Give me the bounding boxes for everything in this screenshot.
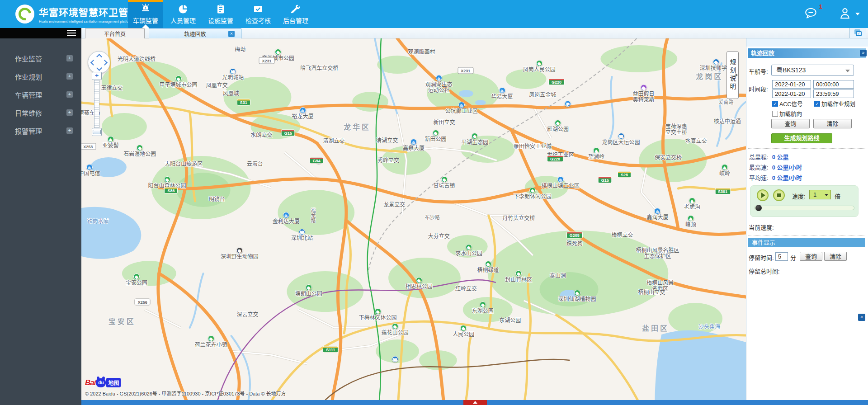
pan-left-icon[interactable] (90, 60, 96, 66)
shop-marker-icon[interactable]: ◆ (641, 84, 647, 90)
mtn-marker-icon[interactable]: ▲ (722, 164, 728, 170)
map-canvas[interactable]: 光明大道跨线桥梅坳♣章阁城市公园观澜版画村哈飞汽车立交桥◆深圳技师学院♣凤岗人民… (81, 38, 746, 400)
map-poi-park[interactable]: ♣宝安公园 (126, 273, 147, 286)
sidebar-item-0[interactable]: 作业监管+ (0, 49, 81, 67)
bottom-panel-toggle[interactable] (463, 400, 487, 405)
end-time-input[interactable]: 23:59:59 (813, 89, 854, 98)
map-poi-zoo[interactable]: ☻深圳野生动物园 (221, 247, 259, 260)
park-marker-icon[interactable]: ♣ (485, 261, 491, 267)
clear-button[interactable]: 清除 (813, 119, 852, 128)
pan-down-icon[interactable] (96, 65, 102, 71)
map-poi-park[interactable]: ♣东湖公园 (472, 301, 494, 314)
mtn-marker-icon[interactable]: ▲ (689, 198, 695, 204)
tab-track-playback[interactable]: 轨迹回放 × (149, 28, 241, 38)
map-poi-bldg[interactable]: ⌂观澜湖生态运动公社 (425, 75, 453, 93)
map-poi-park[interactable]: ♣平湖生态园 (461, 133, 488, 146)
bldg-marker-icon[interactable]: ⌂ (436, 75, 442, 81)
bldg-marker-icon[interactable]: ⌂ (299, 107, 306, 113)
map-poi-park[interactable]: ♣甲子塘城市公园 (160, 75, 198, 88)
metro-marker-icon[interactable]: M (299, 229, 305, 235)
metro-marker-icon[interactable]: M (618, 133, 624, 139)
park-marker-icon[interactable]: ♣ (375, 308, 381, 315)
map-poi-park[interactable]: ♣求水山公园 (455, 244, 482, 257)
map-poi-bldg[interactable]: ⌂公坑廊工业区 (445, 102, 478, 114)
expand-plus-icon[interactable]: + (66, 91, 73, 98)
map-poi-park[interactable]: ♣相思林公园 (406, 277, 433, 290)
checkbox-icon[interactable] (772, 111, 778, 117)
stay-clear-button[interactable]: 清除 (824, 252, 847, 261)
bldg-marker-icon[interactable]: ⌂ (458, 102, 465, 108)
map-poi-metro[interactable]: M光明城站 (222, 68, 244, 81)
map-poi-bldg[interactable]: ⌂嘉润大厦 (646, 208, 668, 221)
bldg-marker-icon[interactable]: ⌂ (499, 87, 505, 94)
panel-expand-button[interactable]: « (858, 314, 865, 321)
park-marker-icon[interactable]: ♣ (515, 270, 522, 277)
map-poi-bldg[interactable]: ⌂嘉泉大厦 (403, 139, 425, 151)
map-poi-metro[interactable]: M深圳北站 (291, 229, 313, 241)
park-marker-icon[interactable]: ♣ (472, 133, 478, 139)
pan-right-icon[interactable] (102, 60, 108, 66)
vehicle-select[interactable]: 粤BKS123 (771, 65, 854, 76)
tab-platform-home[interactable]: 平台首页 (85, 28, 145, 38)
map-poi-park[interactable]: ♣梧桐绿道 (477, 261, 499, 273)
map-pan-control[interactable] (88, 51, 110, 74)
map-poi-bldg[interactable]: ⌂华易大厦 (491, 87, 513, 100)
end-date-input[interactable]: 2022-01-20 (772, 89, 811, 98)
map-poi-park[interactable]: ♣人民公园 (453, 325, 474, 338)
map-poi-mtn[interactable]: ▲望湖岭 (588, 147, 604, 160)
park-marker-icon[interactable]: ♣ (536, 60, 542, 66)
park-marker-icon[interactable]: ♣ (432, 130, 439, 136)
start-date-input[interactable]: 2022-01-20 (772, 80, 811, 89)
metro-marker-icon[interactable]: M (230, 68, 236, 75)
stay-query-button[interactable]: 查询 (800, 252, 822, 261)
map-poi-metro[interactable]: M龙岗区大运公园 (602, 133, 640, 146)
checkbox-icon[interactable]: ✓ (772, 101, 778, 107)
menu-toggle-icon[interactable] (67, 30, 76, 36)
map-poi-mtn[interactable]: ▲老虎沟 (684, 198, 700, 210)
sidebar-item-2[interactable]: 车辆管理+ (0, 85, 81, 104)
map-layers-button[interactable]: ✓ (849, 28, 866, 38)
zoo-marker-icon[interactable]: ☻ (236, 247, 243, 254)
panel-collapse-button[interactable]: » (860, 50, 867, 57)
map-poi-park[interactable]: ♣甘坑古镇 (434, 176, 455, 189)
map-poi-bldg[interactable]: ⌂金利达大厦 (273, 212, 300, 225)
play-button[interactable] (757, 189, 769, 201)
bldg-marker-icon[interactable]: ⌂ (283, 212, 289, 218)
close-icon[interactable]: × (228, 31, 235, 37)
map-poi-parking[interactable]: P (565, 100, 571, 107)
park-marker-icon[interactable]: ♣ (133, 273, 140, 280)
map-poi-park[interactable]: ♣塘朗山公园 (295, 284, 322, 297)
expand-plus-icon[interactable]: + (66, 73, 73, 80)
park-marker-icon[interactable]: ♣ (529, 187, 536, 193)
bldg-marker-icon[interactable]: ⌂ (654, 208, 660, 214)
park-marker-icon[interactable]: ♣ (441, 176, 448, 183)
nav-item-0[interactable]: 车辆监管 (128, 0, 163, 28)
mtn-marker-icon[interactable]: ▲ (108, 136, 114, 142)
expand-plus-icon[interactable]: + (66, 127, 73, 134)
map-poi-metro[interactable]: M (392, 356, 398, 363)
parking-marker-icon[interactable]: P (565, 100, 571, 107)
map-poi-park[interactable]: ♣石岩湿地公园 (123, 145, 156, 157)
school-marker-icon[interactable]: ◆ (713, 59, 719, 65)
user-menu-button[interactable] (839, 7, 860, 21)
map-poi-park[interactable]: ♣封山育林区 (505, 270, 532, 283)
nav-item-4[interactable]: 后台管理 (278, 0, 313, 28)
map-poi-park[interactable]: ♣荷兰花卉小镇 (195, 335, 227, 348)
map-poi-park[interactable]: ♣新田公园 (425, 130, 446, 142)
nav-item-3[interactable]: 检查考核 (241, 0, 276, 28)
bldg-marker-icon[interactable]: ⌂ (410, 139, 417, 145)
map-poi-park[interactable]: ♣下梅林文体公园 (359, 308, 397, 321)
map-poi-shop[interactable]: ◆益田假日奥特莱斯 (633, 84, 655, 103)
start-time-input[interactable]: 00:00:00 (813, 80, 854, 89)
map-poi-bldg[interactable]: ⌂裕龙大厦 (292, 107, 313, 120)
zoom-in-button[interactable]: + (92, 72, 102, 80)
park-marker-icon[interactable]: ♣ (137, 145, 143, 151)
plan-description-button[interactable]: 规划说明 (726, 51, 739, 99)
stop-button[interactable] (773, 189, 785, 201)
zoom-slider-handle[interactable] (93, 130, 101, 134)
map-poi-park[interactable]: ♣凤岗人民公园 (523, 60, 556, 73)
park-marker-icon[interactable]: ♣ (416, 277, 422, 283)
mtn-marker-icon[interactable]: ▲ (593, 147, 599, 154)
park-marker-icon[interactable]: ♣ (306, 284, 312, 291)
park-marker-icon[interactable]: ♣ (460, 325, 467, 331)
